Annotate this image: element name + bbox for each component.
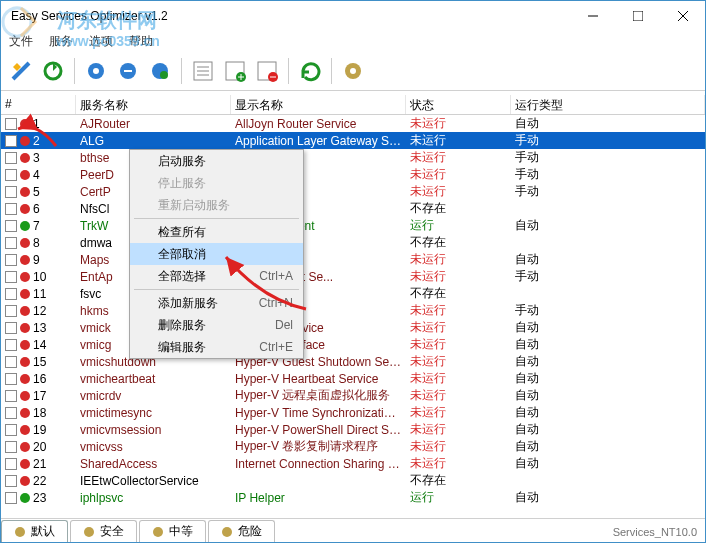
tab-medium[interactable]: 中等	[139, 520, 206, 542]
cell-status: 不存在	[406, 472, 511, 489]
menu-file[interactable]: 文件	[9, 33, 33, 50]
table-row[interactable]: 23iphlpsvcIP Helper运行自动	[1, 489, 705, 506]
table-row[interactable]: 22IEEtwCollectorService不存在	[1, 472, 705, 489]
row-checkbox[interactable]	[5, 492, 17, 504]
row-number: 12	[33, 304, 46, 318]
tool-gear-blue-2-icon[interactable]	[114, 57, 142, 85]
row-checkbox[interactable]	[5, 475, 17, 487]
row-checkbox[interactable]	[5, 135, 17, 147]
table-row[interactable]: 11fsvc不存在	[1, 285, 705, 302]
col-service[interactable]: 服务名称	[76, 95, 231, 114]
row-checkbox[interactable]	[5, 169, 17, 181]
tab-default[interactable]: 默认	[1, 520, 68, 542]
row-checkbox[interactable]	[5, 254, 17, 266]
tab-danger[interactable]: 危险	[208, 520, 275, 542]
col-type[interactable]: 运行类型	[511, 95, 705, 114]
table-row[interactable]: 5CertPagation未运行手动	[1, 183, 705, 200]
ctx-start-service[interactable]: 启动服务	[130, 150, 303, 172]
table-row[interactable]: 17vmicrdvHyper-V 远程桌面虚拟化服务未运行自动	[1, 387, 705, 404]
tool-list-remove-icon[interactable]	[253, 57, 281, 85]
tab-safe[interactable]: 安全	[70, 520, 137, 542]
cell-type: 手动	[511, 183, 705, 200]
table-row[interactable]: 15vmicshutdownHyper-V Guest Shutdown Ser…	[1, 353, 705, 370]
tool-settings-icon[interactable]	[339, 57, 367, 85]
tool-refresh-icon[interactable]	[296, 57, 324, 85]
svg-point-16	[153, 527, 163, 537]
table-row[interactable]: 14vmicgService Interface未运行自动	[1, 336, 705, 353]
ctx-edit-service[interactable]: 编辑服务Ctrl+E	[130, 336, 303, 358]
row-checkbox[interactable]	[5, 407, 17, 419]
cell-display: Internet Connection Sharing (I...	[231, 457, 406, 471]
row-number: 2	[33, 134, 40, 148]
cell-status: 未运行	[406, 353, 511, 370]
row-number: 16	[33, 372, 46, 386]
ctx-add-service[interactable]: 添加新服务Ctrl+N	[130, 292, 303, 314]
table-row[interactable]: 7TrkWTracking Client运行自动	[1, 217, 705, 234]
row-checkbox[interactable]	[5, 288, 17, 300]
cell-service: vmictimesync	[76, 406, 231, 420]
table-row[interactable]: 2ALGApplication Layer Gateway Ser...未运行手…	[1, 132, 705, 149]
row-checkbox[interactable]	[5, 322, 17, 334]
table-row[interactable]: 13vmickxchange Service未运行自动	[1, 319, 705, 336]
row-checkbox[interactable]	[5, 203, 17, 215]
cell-type: 自动	[511, 115, 705, 132]
table-row[interactable]: 4PeerD未运行手动	[1, 166, 705, 183]
table-row[interactable]: 19vmicvmsessionHyper-V PowerShell Direct…	[1, 421, 705, 438]
row-checkbox[interactable]	[5, 305, 17, 317]
table-row[interactable]: 1AJRouterAllJoyn Router Service未运行自动	[1, 115, 705, 132]
maximize-button[interactable]	[615, 2, 660, 30]
row-checkbox[interactable]	[5, 186, 17, 198]
row-checkbox[interactable]	[5, 339, 17, 351]
window-title: Easy Services Optimizer v1.2	[11, 9, 168, 23]
table-row[interactable]: 10EntApManagement Se...未运行手动	[1, 268, 705, 285]
table-row[interactable]: 21SharedAccessInternet Connection Sharin…	[1, 455, 705, 472]
status-dot-icon	[20, 391, 30, 401]
row-checkbox[interactable]	[5, 424, 17, 436]
row-checkbox[interactable]	[5, 390, 17, 402]
ctx-select-all[interactable]: 全部选择Ctrl+A	[130, 265, 303, 287]
col-index[interactable]: #	[1, 95, 76, 114]
table-row[interactable]: 8dmwa不存在	[1, 234, 705, 251]
grid-header: # 服务名称 显示名称 状态 运行类型	[1, 95, 705, 115]
row-checkbox[interactable]	[5, 220, 17, 232]
tool-list-icon[interactable]	[189, 57, 217, 85]
menu-help[interactable]: 帮助	[129, 33, 153, 50]
row-number: 15	[33, 355, 46, 369]
ctx-uncheck-all[interactable]: 全部取消	[130, 243, 303, 265]
col-status[interactable]: 状态	[406, 95, 511, 114]
col-display[interactable]: 显示名称	[231, 95, 406, 114]
ctx-check-all[interactable]: 检查所有	[130, 221, 303, 243]
row-checkbox[interactable]	[5, 152, 17, 164]
row-checkbox[interactable]	[5, 441, 17, 453]
status-dot-icon	[20, 408, 30, 418]
table-row[interactable]: 18vmictimesyncHyper-V Time Synchronizati…	[1, 404, 705, 421]
row-checkbox[interactable]	[5, 271, 17, 283]
row-checkbox[interactable]	[5, 237, 17, 249]
tool-reset-icon[interactable]	[39, 57, 67, 85]
tool-gear-blue-1-icon[interactable]	[82, 57, 110, 85]
table-row[interactable]: 16vmicheartbeatHyper-V Heartbeat Service…	[1, 370, 705, 387]
menu-options[interactable]: 选项	[89, 33, 113, 50]
cell-status: 未运行	[406, 387, 511, 404]
tool-list-add-icon[interactable]	[221, 57, 249, 85]
menu-service[interactable]: 服务	[49, 33, 73, 50]
table-row[interactable]: 12hkms未运行手动	[1, 302, 705, 319]
row-checkbox[interactable]	[5, 118, 17, 130]
row-checkbox[interactable]	[5, 458, 17, 470]
context-menu: 启动服务 停止服务 重新启动服务 检查所有 全部取消 全部选择Ctrl+A 添加…	[129, 149, 304, 359]
row-checkbox[interactable]	[5, 356, 17, 368]
table-row[interactable]: 9Mapsps Manager未运行自动	[1, 251, 705, 268]
row-checkbox[interactable]	[5, 373, 17, 385]
close-button[interactable]	[660, 2, 705, 30]
ctx-delete-service[interactable]: 删除服务Del	[130, 314, 303, 336]
cell-status: 未运行	[406, 421, 511, 438]
tool-gear-blue-3-icon[interactable]	[146, 57, 174, 85]
table-row[interactable]: 6NfsCl不存在	[1, 200, 705, 217]
minimize-button[interactable]	[570, 2, 615, 30]
menu-bar: 文件 服务 选项 帮助	[1, 31, 705, 51]
row-number: 7	[33, 219, 40, 233]
cell-type: 自动	[511, 336, 705, 353]
table-row[interactable]: 20vmicvssHyper-V 卷影复制请求程序未运行自动	[1, 438, 705, 455]
tool-optimize-icon[interactable]	[7, 57, 35, 85]
table-row[interactable]: 3bthse未运行手动	[1, 149, 705, 166]
